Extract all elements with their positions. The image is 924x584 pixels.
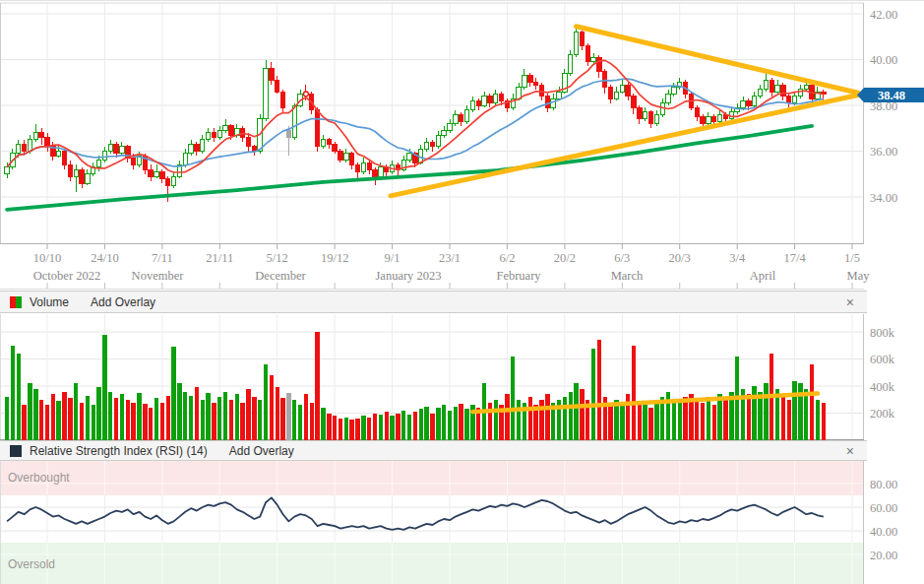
rsi-close-button[interactable]: × <box>846 444 854 458</box>
svg-text:6/3: 6/3 <box>614 251 630 265</box>
svg-text:40.00: 40.00 <box>870 525 897 539</box>
svg-text:400k: 400k <box>870 380 895 394</box>
svg-text:1/5: 1/5 <box>844 251 860 265</box>
svg-text:20.00: 20.00 <box>870 549 897 562</box>
svg-text:March: March <box>611 269 644 283</box>
rsi-axis-labels: 80.0060.0040.0020.00 <box>870 478 897 562</box>
rsi-panel-header: Relative Strength Index (RSI) (14) Add O… <box>0 440 867 461</box>
svg-text:20/2: 20/2 <box>554 251 576 265</box>
rsi-add-overlay-link[interactable]: Add Overlay <box>229 444 294 458</box>
svg-text:800k: 800k <box>870 326 895 340</box>
volume-axis-labels: 800k600k400k200k <box>870 326 895 422</box>
svg-text:36.00: 36.00 <box>870 145 897 159</box>
rsi-bands <box>0 461 864 584</box>
price-axis-labels: 42.0040.0038.0036.0034.0010/1024/107/112… <box>33 8 897 284</box>
volume-legend-label: Volume <box>30 295 69 309</box>
price-chart-panel[interactable]: 42.0040.0038.0036.0034.0010/1024/107/112… <box>0 1 924 290</box>
overbought-label: Overbought <box>8 471 70 485</box>
svg-text:42.00: 42.00 <box>870 8 897 22</box>
svg-text:January 2023: January 2023 <box>376 269 442 283</box>
svg-text:October 2022: October 2022 <box>33 269 100 283</box>
svg-text:November: November <box>132 269 185 283</box>
svg-text:May: May <box>847 269 871 283</box>
svg-text:80.00: 80.00 <box>870 478 897 491</box>
rsi-panel[interactable]: 80.0060.0040.0020.00 Overbought Oversold <box>0 461 924 584</box>
triangle-trendline-annotation[interactable] <box>391 27 858 196</box>
svg-text:7/11: 7/11 <box>152 251 173 265</box>
svg-text:3/4: 3/4 <box>729 251 746 265</box>
stock-chart-app: 42.0040.0038.0036.0034.0010/1024/107/112… <box>0 0 924 584</box>
svg-text:17/4: 17/4 <box>783 251 806 265</box>
volume-legend-icon <box>10 296 22 308</box>
svg-text:5/12: 5/12 <box>267 251 288 265</box>
svg-text:200k: 200k <box>870 407 895 421</box>
oversold-label: Oversold <box>8 557 55 571</box>
svg-text:60.00: 60.00 <box>870 501 897 515</box>
svg-text:24/10: 24/10 <box>91 251 118 265</box>
svg-text:10/10: 10/10 <box>33 251 61 265</box>
rsi-legend-label: Relative Strength Index (RSI) (14) <box>30 444 208 458</box>
svg-text:9/1: 9/1 <box>385 251 400 265</box>
moving-averages-layer <box>7 60 824 209</box>
volume-panel[interactable]: 800k600k400k200k <box>0 314 924 440</box>
rsi-line-layer <box>7 497 824 529</box>
svg-text:40.00: 40.00 <box>870 53 897 67</box>
svg-text:600k: 600k <box>870 353 895 366</box>
volume-panel-header: Volume Add Overlay × <box>0 291 867 313</box>
svg-text:34.00: 34.00 <box>870 191 897 205</box>
rsi-legend-icon <box>10 445 22 457</box>
svg-text:23/1: 23/1 <box>439 251 461 265</box>
svg-text:6/2: 6/2 <box>499 251 515 265</box>
last-price-tag: 38.48 <box>857 88 924 102</box>
svg-text:April: April <box>750 269 776 283</box>
svg-text:20/3: 20/3 <box>669 251 691 265</box>
svg-text:19/12: 19/12 <box>321 251 348 265</box>
volume-add-overlay-link[interactable]: Add Overlay <box>91 295 155 309</box>
svg-text:February: February <box>496 269 541 283</box>
last-price-value: 38.48 <box>878 89 905 102</box>
volume-close-button[interactable]: × <box>846 295 854 309</box>
svg-text:21/11: 21/11 <box>206 251 233 265</box>
svg-text:December: December <box>255 269 306 283</box>
